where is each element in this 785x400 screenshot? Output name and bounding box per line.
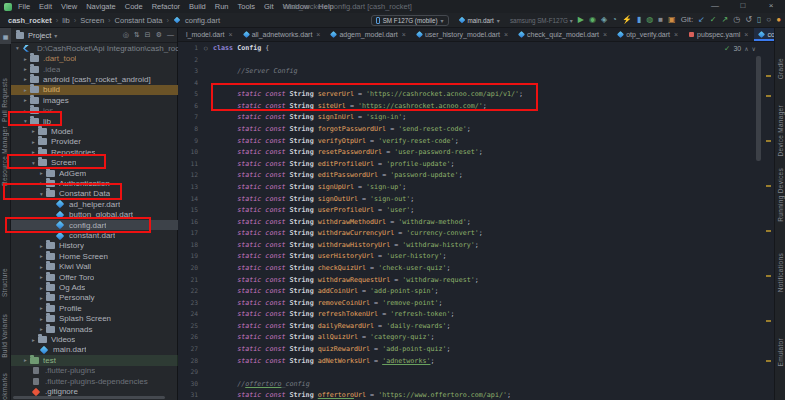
tree-item-home-screen[interactable]: ▸Home Screen (11, 251, 178, 261)
code-line-16[interactable]: 16 static const String withdrawMethodUrl… (178, 216, 774, 228)
tab-all-adnetworks-dart[interactable]: all_adnetworks.dart× (239, 28, 327, 41)
chevron-down-icon[interactable]: ▾ (21, 118, 30, 124)
tree-item-screen[interactable]: ▾Screen (11, 157, 178, 167)
close-tab-icon[interactable]: × (674, 31, 678, 38)
tab-pubspec-yaml[interactable]: pubspec.yaml× (684, 28, 754, 41)
expand-collapse-icon[interactable]: ⇅ (134, 31, 140, 39)
code-line-20[interactable]: 20 static const String checkQuizUrl = 'c… (178, 262, 774, 274)
tree-item-splash-screen[interactable]: ▸Splash Screen (11, 314, 178, 324)
run-icon[interactable]: ▶ (578, 15, 584, 25)
menu-tools[interactable]: Tools (238, 2, 256, 11)
maximize-button[interactable]: □ (729, 0, 757, 13)
tree-item-ios[interactable]: ▸ios (11, 105, 178, 115)
code-line-31[interactable]: 31 static const String offertoroUrl = 'h… (178, 389, 774, 400)
breadcrumb-item-cash-rocket[interactable]: cash_rocket (8, 16, 52, 25)
hide-panel-icon[interactable]: — (167, 31, 174, 39)
notification-dot-icon[interactable]: ● (776, 15, 781, 25)
menu-code[interactable]: Code (125, 2, 143, 11)
chevron-right-icon[interactable]: ▸ (37, 253, 46, 259)
left-stripe-structure[interactable]: Structure (1, 268, 8, 297)
code-line-10[interactable]: 10 static const String resetPasswordUrl … (178, 146, 774, 158)
menu-run[interactable]: Run (215, 2, 229, 11)
chevron-right-icon[interactable]: ▸ (37, 295, 46, 301)
code-line-14[interactable]: 14 static const String signOutUrl = 'sig… (178, 193, 774, 205)
tree-item-constant-dart[interactable]: constant.dart (11, 230, 178, 240)
code-line-18[interactable]: 18 static const String withdrawHistoryUr… (178, 239, 774, 251)
fold-marker-icon[interactable]: ○ (204, 42, 208, 54)
device-icon[interactable]: ▮ (637, 15, 641, 25)
chevron-right-icon[interactable]: ▸ (29, 337, 38, 343)
code-line-22[interactable]: 22 static const String addCoinUrl = 'add… (178, 285, 774, 297)
code-line-3[interactable]: 3 //Server Config (178, 65, 774, 77)
chevron-right-icon[interactable]: ▸ (29, 139, 38, 145)
tab-l-model-dart[interactable]: l_model.dart× (181, 28, 239, 41)
tree-item-adgem[interactable]: ▸AdGem (11, 168, 178, 178)
chevron-right-icon[interactable]: ▸ (37, 243, 46, 249)
tree-item-main-dart[interactable]: main.dart (11, 345, 178, 355)
code-line-30[interactable]: 30 //offertoro_config (178, 378, 774, 390)
history-icon[interactable]: ◷ (733, 15, 740, 25)
code-line-7[interactable]: 7 static const String signInUrl = 'sign-… (178, 111, 774, 123)
tree-item-profile[interactable]: ▸Profile (11, 303, 178, 313)
breadcrumb-item-lib[interactable]: lib (62, 16, 70, 25)
tree-item-cash-rocket[interactable]: ▾cash_rocketD:\CashRocket\Api Integratio… (11, 43, 178, 53)
right-stripe-device-manager[interactable]: Device Manager (777, 105, 784, 157)
left-stripe-bookmarks[interactable]: Bookmarks (1, 373, 8, 400)
chevron-right-icon[interactable]: ▸ (21, 56, 30, 62)
apply-changes-icon[interactable]: ⚡ (622, 15, 632, 25)
tab-check-quiz-model-dart[interactable]: check_quiz_model.dart× (514, 28, 613, 41)
code-line-9[interactable]: 9 static const String verifyOtpUrl = 've… (178, 135, 774, 147)
project-panel-title[interactable]: Project (28, 31, 51, 40)
tree-item-dart-tool[interactable]: ▸.dart_tool (11, 53, 178, 63)
menu-git[interactable]: Git (264, 2, 274, 11)
search-icon[interactable]: ○ (766, 15, 771, 25)
tab-user-history-model-dart[interactable]: user_history_model.dart× (412, 28, 514, 41)
tree-item-lib[interactable]: ▾lib (11, 116, 178, 126)
tree-item-android-cash-rocket-android[interactable]: ▸android [cash_rocket_android] (11, 74, 178, 84)
chevron-down-icon[interactable]: ▾ (37, 191, 46, 197)
horizontal-scrollbar[interactable] (13, 396, 165, 399)
tree-item-model[interactable]: ▸Model (11, 126, 178, 136)
chevron-right-icon[interactable]: ▸ (29, 128, 38, 134)
cpu-profiler-icon[interactable]: ◔ (612, 15, 617, 25)
mirror-device-icon[interactable]: ▯ (757, 15, 761, 25)
code-line-23[interactable]: 23 static const String removeCoinUrl = '… (178, 297, 774, 309)
tree-item-idea[interactable]: ▸.idea (11, 64, 178, 74)
settings-icon[interactable]: ⚙ (156, 31, 162, 39)
tree-item-repositories[interactable]: ▸Repositories (11, 147, 178, 157)
close-tab-icon[interactable]: × (603, 31, 607, 38)
attach-debugger-icon[interactable]: ◍ (646, 15, 653, 25)
tree-item-ad-helper-dart[interactable]: ad_helper.dart (11, 199, 178, 209)
code-line-17[interactable]: 17 static const String withdrawCurrencyU… (178, 227, 774, 239)
chevron-right-icon[interactable]: ▸ (21, 357, 30, 363)
profiler-icon[interactable]: ◈ (601, 15, 607, 25)
code-line-12[interactable]: 12 static const String editPasswordUrl =… (178, 169, 774, 181)
chevron-right-icon[interactable]: ▸ (37, 170, 46, 176)
stop-icon[interactable]: ■ (658, 15, 663, 25)
chevron-right-icon[interactable]: ▸ (37, 305, 46, 311)
tree-item-constant-data[interactable]: ▾Constant Data (11, 189, 178, 199)
tree-item-config-dart[interactable]: config.dart (11, 220, 178, 230)
code-line-11[interactable]: 11 static const String editProfileUrl = … (178, 158, 774, 170)
tree-item-videos[interactable]: ▸Videos (11, 334, 178, 344)
locate-file-icon[interactable]: ◎ (123, 31, 129, 39)
breadcrumb-item-screen[interactable]: Screen (80, 16, 104, 25)
code-line-24[interactable]: 24 static const String refreshTokenUrl =… (178, 308, 774, 320)
right-stripe-gradle[interactable]: Gradle (777, 58, 784, 79)
code-editor[interactable]: 1○class Config {23 //Server Config45 sta… (178, 42, 774, 400)
editor-scrollbar[interactable] (756, 56, 761, 161)
right-stripe-notifications[interactable]: Notifications (777, 253, 784, 292)
tab-otp-verify-dart[interactable]: otp_verify.dart× (613, 28, 684, 41)
tab-adgem-model-dart[interactable]: adgem_model.dart× (326, 28, 411, 41)
minimize-button[interactable]: — (701, 0, 729, 13)
git-push-icon[interactable]: ↗ (722, 15, 729, 25)
code-line-1[interactable]: 1○class Config { (178, 42, 774, 54)
chevron-right-icon[interactable]: ▸ (21, 66, 30, 72)
tree-item-build[interactable]: ▸build (11, 85, 178, 95)
debug-icon[interactable]: ◉ (589, 15, 596, 25)
menu-edit[interactable]: Edit (39, 2, 52, 11)
run-configuration-selector[interactable]: main.dart ▾ (454, 15, 505, 26)
right-stripe-emulator[interactable]: Emulator (777, 338, 784, 366)
chevron-right-icon[interactable]: ▸ (37, 264, 46, 270)
layout-inspector-icon[interactable]: ▣ (668, 15, 676, 25)
